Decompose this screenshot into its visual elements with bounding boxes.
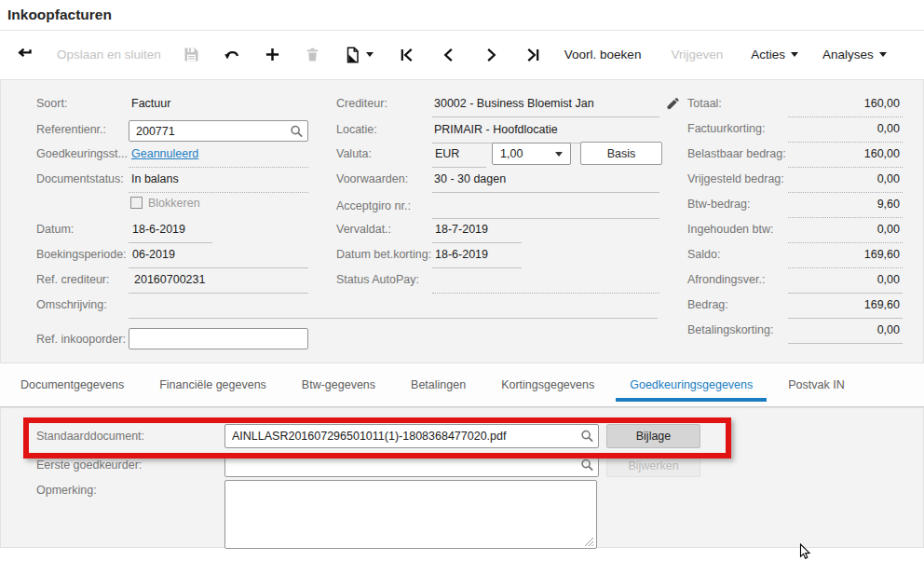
save-close-button[interactable]: Opslaan en sluiten xyxy=(57,48,161,62)
delete-button[interactable] xyxy=(305,47,320,62)
search-icon[interactable] xyxy=(580,430,594,444)
edit-pencil-icon[interactable] xyxy=(667,97,680,110)
toolbar: Opslaan en sluiten Voorl xyxy=(0,31,924,78)
previous-record-button[interactable] xyxy=(442,48,456,62)
field-underline xyxy=(432,167,486,168)
field-underline xyxy=(432,218,659,219)
tab-goedkeuringsgegevens[interactable]: Goedkeuringsgegevens xyxy=(630,378,753,391)
total-value: 9,60 xyxy=(788,198,900,211)
total-label: Totaal: xyxy=(687,97,722,110)
field-underline xyxy=(129,267,308,268)
eerste-goedkeurder-input[interactable] xyxy=(225,454,598,476)
total-label: Vrijgesteld bedrag: xyxy=(687,172,784,185)
page-title: Inkoopfacturen xyxy=(0,0,924,23)
vrijgeven-button[interactable]: Vrijgeven xyxy=(671,48,723,62)
boekingsperiode-label: Boekingsperiode: xyxy=(36,248,127,261)
valuta-currency-value[interactable]: EUR xyxy=(435,147,459,160)
status-autopay-label: Status AutoPay: xyxy=(336,273,419,286)
back-button[interactable] xyxy=(15,47,33,63)
tab-postvak-in[interactable]: Postvak IN xyxy=(788,378,844,391)
eerste-goedkeurder-label: Eerste goedkeurder: xyxy=(36,458,142,472)
locatie-label: Locatie: xyxy=(336,123,377,136)
total-label: Betalingskorting: xyxy=(687,323,773,336)
total-value: 160,00 xyxy=(788,147,900,160)
ref-crediteur-label: Ref. crediteur: xyxy=(36,273,110,286)
analyses-menu-button[interactable]: Analyses xyxy=(822,48,887,62)
boekingsperiode-value: 06-2019 xyxy=(132,248,175,261)
standaarddocument-input[interactable] xyxy=(225,425,598,447)
soort-value: Factuur xyxy=(131,97,170,110)
crediteur-value: 30002 - Business Bloemist Jan xyxy=(434,97,594,110)
total-value: 0,00 xyxy=(788,273,900,286)
add-button[interactable] xyxy=(265,47,280,62)
last-record-icon xyxy=(525,48,540,62)
save-button[interactable] xyxy=(183,47,199,62)
tab-kortingsgegevens[interactable]: Kortingsgegevens xyxy=(501,378,594,391)
soort-label: Soort: xyxy=(36,97,67,110)
datum-label: Datum: xyxy=(36,223,74,236)
ref-crediteur-value: 20160700231 xyxy=(134,273,205,286)
trash-icon xyxy=(305,47,320,62)
total-value: 0,00 xyxy=(788,223,900,236)
copy-paste-button[interactable] xyxy=(345,47,374,63)
valuta-rate-dropdown[interactable]: 1,00 xyxy=(492,143,571,165)
total-value: 0,00 xyxy=(788,172,900,185)
field-underline xyxy=(432,293,659,294)
crediteur-label: Crediteur: xyxy=(336,97,387,110)
eerste-goedkeurder-field[interactable] xyxy=(224,453,599,477)
tab-financiele-gegevens[interactable]: Financiële gegevens xyxy=(159,378,266,391)
ref-inkooporder-label: Ref. inkooporder: xyxy=(36,333,126,346)
field-underline xyxy=(788,167,903,168)
total-label: Afrondingsver.: xyxy=(687,273,765,286)
bijlage-button[interactable]: Bijlage xyxy=(606,424,700,448)
analyses-label: Analyses xyxy=(822,48,874,62)
last-record-button[interactable] xyxy=(525,48,540,62)
blokkeren-label: Blokkeren xyxy=(148,197,200,210)
ref-inkooporder-field[interactable] xyxy=(129,328,308,349)
field-underline xyxy=(129,318,658,319)
total-value: 160,00 xyxy=(788,97,900,110)
floppy-icon xyxy=(183,47,199,62)
field-underline xyxy=(432,192,659,193)
field-underline xyxy=(432,242,522,243)
form-panel: Soort: Factuur Referentienr.: Goedkeurin… xyxy=(0,79,924,363)
blokkeren-checkbox[interactable] xyxy=(130,197,143,209)
standaarddocument-field[interactable] xyxy=(224,424,599,448)
field-underline xyxy=(129,242,212,243)
next-record-button[interactable] xyxy=(483,48,498,62)
tab-documentgegevens[interactable]: Documentgegevens xyxy=(20,378,124,391)
acceptgiro-label: Acceptgiro nr.: xyxy=(336,199,411,212)
goedkeuringsstatus-link[interactable]: Geannuleerd xyxy=(131,147,198,160)
search-icon[interactable] xyxy=(580,458,594,472)
valuta-label: Valuta: xyxy=(336,147,372,160)
voorwaarden-value: 30 - 30 dagen xyxy=(434,172,506,185)
total-label: Btw-bedrag: xyxy=(687,198,750,211)
first-record-button[interactable] xyxy=(400,48,414,62)
acties-menu-button[interactable]: Acties xyxy=(751,48,798,62)
tab-strip: Documentgegevens Financiële gegevens Btw… xyxy=(0,363,924,407)
field-underline xyxy=(788,116,903,117)
referentienr-input[interactable] xyxy=(129,121,307,141)
voorl-boeken-label: Voorl. boeken xyxy=(564,48,642,62)
vrijgeven-label: Vrijgeven xyxy=(671,48,723,62)
field-underline xyxy=(129,192,308,193)
tab-betalingen[interactable]: Betalingen xyxy=(411,378,466,391)
next-record-icon xyxy=(483,48,498,62)
search-icon[interactable] xyxy=(290,124,304,138)
bijwerken-button[interactable]: Bijwerken xyxy=(606,454,700,477)
total-label: Ingehouden btw: xyxy=(687,223,773,236)
back-arrow-icon xyxy=(15,47,33,63)
basis-button[interactable]: Basis xyxy=(580,142,662,165)
total-value: 169,60 xyxy=(788,248,900,261)
acties-label: Acties xyxy=(751,48,785,62)
opmerking-label: Opmerking: xyxy=(36,484,97,497)
opmerking-textarea[interactable] xyxy=(224,480,597,549)
referentienr-field[interactable] xyxy=(129,120,308,142)
undo-button[interactable] xyxy=(224,48,240,62)
total-label: Factuurkorting: xyxy=(687,122,765,135)
first-record-icon xyxy=(400,48,414,62)
tab-btw-gegevens[interactable]: Btw-gegevens xyxy=(302,378,375,391)
voorl-boeken-button[interactable]: Voorl. boeken xyxy=(564,48,642,62)
ref-inkooporder-input[interactable] xyxy=(129,329,307,349)
undo-icon xyxy=(224,48,240,62)
